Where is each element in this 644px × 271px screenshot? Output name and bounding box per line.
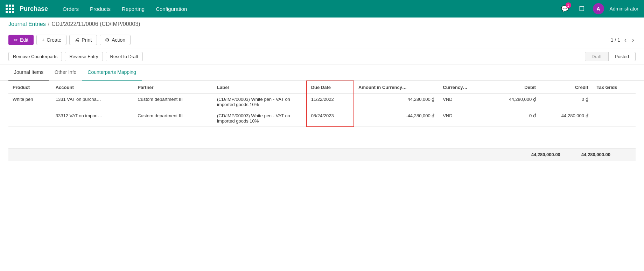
print-button[interactable]: 🖨 Print <box>69 35 97 45</box>
cell-account-1: 1331 VAT on purcha… <box>51 94 133 110</box>
prev-arrow[interactable]: ‹ <box>623 36 628 44</box>
nav-orders[interactable]: Orders <box>58 3 84 15</box>
cell-debit-2: 0 ₫ <box>488 110 540 127</box>
app-title: Purchase <box>20 5 48 13</box>
clock-icon[interactable]: ☐ <box>576 3 587 14</box>
status-draft[interactable]: Draft <box>585 52 608 61</box>
footer-credit-total: 44,280,000.00 <box>581 152 610 157</box>
nav-items: Orders Products Reporting Configuration <box>58 3 556 15</box>
col-product: Product <box>8 81 51 94</box>
cell-partner-1: Custom department III <box>133 94 213 110</box>
print-label: Print <box>82 37 92 43</box>
cell-account-2: 33312 VAT on import… <box>51 110 133 127</box>
table-row: 33312 VAT on import… Custom department I… <box>8 110 636 127</box>
action-label: Action <box>112 37 125 43</box>
tab-journal-items[interactable]: Journal Items <box>8 64 49 81</box>
avatar[interactable]: A <box>593 3 604 14</box>
col-due-date: Due Date <box>307 81 354 94</box>
gear-icon: ⚙ <box>105 37 110 43</box>
cell-debit-1: 44,280,000 ₫ <box>488 94 540 110</box>
cell-currency-1: VND <box>439 94 488 110</box>
nav-reporting[interactable]: Reporting <box>117 3 149 15</box>
col-tax-grids: Tax Grids <box>593 81 636 94</box>
tabs: Journal Items Other Info Counterparts Ma… <box>0 64 644 81</box>
create-button[interactable]: + Create <box>36 35 66 45</box>
col-amount-currency: Amount in Currency… <box>354 81 439 94</box>
col-partner: Partner <box>133 81 213 94</box>
col-currency: Currency… <box>439 81 488 94</box>
cell-tax-grids-1 <box>593 94 636 110</box>
cell-credit-1: 0 ₫ <box>540 94 593 110</box>
nav-configuration[interactable]: Configuration <box>151 3 192 15</box>
plus-icon: + <box>42 37 44 43</box>
breadcrumb-link[interactable]: Journal Entries <box>8 21 46 27</box>
admin-name[interactable]: Administrator <box>610 6 638 12</box>
col-account: Account <box>51 81 133 94</box>
cell-amount-currency-2: -44,280,000 ₫ <box>354 110 439 127</box>
toolbar: ✏ Edit + Create 🖨 Print ⚙ Action 1 / 1 ‹… <box>0 31 644 49</box>
cell-label-2: (CD/IMP/00003) White pen - VAT on import… <box>213 110 307 127</box>
tab-other-info[interactable]: Other Info <box>49 64 82 81</box>
status-bar: Remove Counterparts Reverse Entry Reset … <box>0 49 644 64</box>
nav-products[interactable]: Products <box>85 3 115 15</box>
cell-partner-2: Custom department III <box>133 110 213 127</box>
cell-due-date-2: 08/24/2023 <box>307 110 354 127</box>
edit-icon: ✏ <box>14 37 18 43</box>
cell-due-date-1: 11/22/2022 <box>307 94 354 110</box>
cell-product-2 <box>8 110 51 127</box>
action-button[interactable]: ⚙ Action <box>100 35 131 45</box>
breadcrumb-separator: / <box>48 21 49 27</box>
app-grid-icon[interactable] <box>6 5 14 13</box>
empty-row <box>8 127 636 148</box>
reverse-entry-button[interactable]: Reverse Entry <box>65 52 103 61</box>
cell-label-1: (CD/IMP/00003) White pen - VAT on import… <box>213 94 307 110</box>
pagination: 1 / 1 ‹ › <box>611 36 636 44</box>
create-label: Create <box>47 37 61 43</box>
cell-amount-currency-1: 44,280,000 ₫ <box>354 94 439 110</box>
nav-right: 💬 1 ☐ A Administrator <box>559 3 638 14</box>
edit-label: Edit <box>20 37 28 43</box>
cell-credit-2: 44,280,000 ₫ <box>540 110 593 127</box>
col-label: Label <box>213 81 307 94</box>
cell-currency-2: VND <box>439 110 488 127</box>
chat-icon[interactable]: 💬 1 <box>559 3 570 14</box>
pagination-info: 1 / 1 <box>611 37 620 43</box>
status-posted[interactable]: Posted <box>608 52 636 61</box>
col-debit: Debit <box>488 81 540 94</box>
col-credit: Credit <box>540 81 593 94</box>
next-arrow[interactable]: › <box>631 36 636 44</box>
remove-counterparts-button[interactable]: Remove Counterparts <box>8 52 62 61</box>
breadcrumb-current: CDJ/2022/11/0006 (CD/IMP/00003) <box>51 21 140 27</box>
reset-to-draft-button[interactable]: Reset to Draft <box>106 52 143 61</box>
breadcrumb: Journal Entries / CDJ/2022/11/0006 (CD/I… <box>0 18 644 31</box>
tab-counterparts-mapping[interactable]: Counterparts Mapping <box>82 64 142 81</box>
footer-debit-total: 44,280,000.00 <box>531 152 560 157</box>
edit-button[interactable]: ✏ Edit <box>8 35 34 45</box>
journal-items-table: Product Account Partner Label Due Date A… <box>0 81 644 148</box>
status-pills: Draft Posted <box>585 52 636 61</box>
table-footer: 44,280,000.00 44,280,000.00 <box>8 148 636 161</box>
table-row: White pen 1331 VAT on purcha… Custom dep… <box>8 94 636 110</box>
notification-badge: 1 <box>566 2 571 8</box>
print-icon: 🖨 <box>75 37 79 43</box>
cell-product-1: White pen <box>8 94 51 110</box>
top-navigation: Purchase Orders Products Reporting Confi… <box>0 0 644 18</box>
cell-tax-grids-2 <box>593 110 636 127</box>
